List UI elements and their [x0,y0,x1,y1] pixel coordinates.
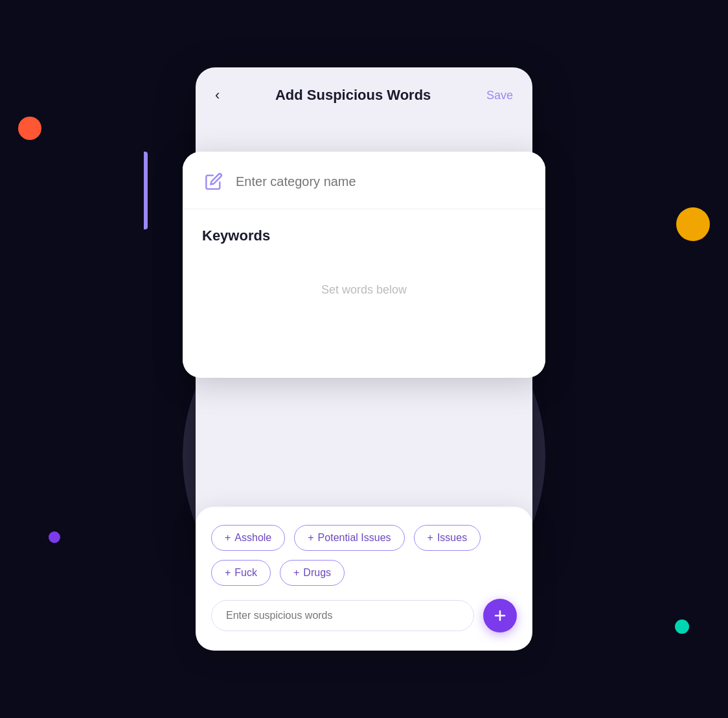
keywords-placeholder: Set words below [202,257,526,310]
accent-bar [144,152,148,229]
suspicious-words-input[interactable] [211,600,474,631]
bottom-section: + Asshole + Potential Issues + Issues + … [196,507,532,651]
chip-plus-icon: + [225,567,231,579]
chip-fuck[interactable]: + Fuck [211,560,271,586]
decoration-dot-yellow [676,207,710,241]
back-button[interactable]: ‹ [215,87,220,104]
chips-container: + Asshole + Potential Issues + Issues + … [211,525,517,586]
chip-label: Drugs [303,567,331,579]
add-word-button[interactable] [483,599,517,632]
front-card: Keywords Set words below [183,152,545,378]
edit-icon [202,170,225,193]
keywords-section: Keywords Set words below [183,209,545,378]
chip-drugs[interactable]: + Drugs [280,560,345,586]
decoration-dot-orange [18,117,41,140]
chip-plus-icon: + [225,532,231,544]
chip-label: Asshole [234,532,271,544]
back-card-header: ‹ Add Suspicious Words Save [196,67,532,117]
keywords-title: Keywords [202,227,526,244]
chip-plus-icon: + [293,567,299,579]
chip-issues[interactable]: + Issues [414,525,481,551]
category-name-input[interactable] [236,174,526,189]
chip-label: Fuck [234,567,257,579]
decoration-dot-purple [49,531,60,543]
decoration-dot-cyan [675,620,689,634]
chip-plus-icon: + [308,532,313,544]
chip-asshole[interactable]: + Asshole [211,525,285,551]
chip-potential-issues[interactable]: + Potential Issues [294,525,404,551]
input-row [211,599,517,632]
page-title: Add Suspicious Words [275,87,431,104]
chip-label: Issues [437,532,467,544]
scene: ‹ Add Suspicious Words Save Keywords Set… [144,41,584,677]
chip-plus-icon: + [427,532,433,544]
save-button[interactable]: Save [486,89,513,102]
category-section [183,152,545,209]
chip-label: Potential Issues [318,532,391,544]
